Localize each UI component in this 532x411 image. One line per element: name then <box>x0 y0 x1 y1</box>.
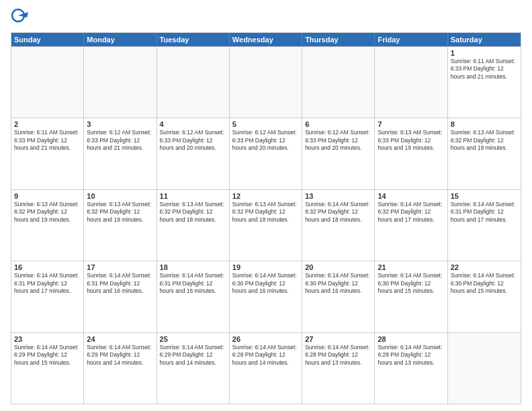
header-day-sunday: Sunday <box>11 33 84 46</box>
day-cell-22: 22Sunrise: 6:14 AM Sunset: 6:30 PM Dayli… <box>448 261 521 332</box>
day-info: Sunrise: 6:14 AM Sunset: 6:28 PM Dayligh… <box>305 344 371 367</box>
day-info: Sunrise: 6:11 AM Sunset: 6:33 PM Dayligh… <box>451 58 518 81</box>
day-cell-17: 17Sunrise: 6:14 AM Sunset: 6:31 PM Dayli… <box>84 261 157 332</box>
day-info: Sunrise: 6:12 AM Sunset: 6:33 PM Dayligh… <box>305 129 371 152</box>
day-number: 15 <box>451 192 518 200</box>
day-cell-28: 28Sunrise: 6:14 AM Sunset: 6:28 PM Dayli… <box>375 333 447 404</box>
day-info: Sunrise: 6:13 AM Sunset: 6:32 PM Dayligh… <box>160 201 226 224</box>
header-day-saturday: Saturday <box>448 33 521 46</box>
header-day-monday: Monday <box>84 33 157 46</box>
logo <box>11 8 32 27</box>
day-cell-12: 12Sunrise: 6:13 AM Sunset: 6:32 PM Dayli… <box>230 190 302 261</box>
day-info: Sunrise: 6:14 AM Sunset: 6:28 PM Dayligh… <box>232 344 299 367</box>
day-number: 13 <box>305 192 371 200</box>
day-cell-18: 18Sunrise: 6:14 AM Sunset: 6:31 PM Dayli… <box>157 261 230 332</box>
day-info: Sunrise: 6:14 AM Sunset: 6:29 PM Dayligh… <box>87 344 153 367</box>
day-cell-3: 3Sunrise: 6:12 AM Sunset: 6:33 PM Daylig… <box>84 118 157 189</box>
week-row-2: 2Sunrise: 6:11 AM Sunset: 6:33 PM Daylig… <box>11 118 521 189</box>
day-number: 20 <box>305 263 371 271</box>
day-number: 8 <box>451 120 518 128</box>
day-cell-9: 9Sunrise: 6:13 AM Sunset: 6:32 PM Daylig… <box>11 190 84 261</box>
day-cell-empty <box>375 47 447 118</box>
day-cell-13: 13Sunrise: 6:14 AM Sunset: 6:32 PM Dayli… <box>302 190 375 261</box>
day-cell-empty <box>448 333 521 404</box>
day-info: Sunrise: 6:12 AM Sunset: 6:33 PM Dayligh… <box>232 129 299 152</box>
day-cell-1: 1Sunrise: 6:11 AM Sunset: 6:33 PM Daylig… <box>448 47 521 118</box>
day-info: Sunrise: 6:14 AM Sunset: 6:29 PM Dayligh… <box>160 344 226 367</box>
day-cell-19: 19Sunrise: 6:14 AM Sunset: 6:30 PM Dayli… <box>230 261 302 332</box>
day-cell-2: 2Sunrise: 6:11 AM Sunset: 6:33 PM Daylig… <box>11 118 84 189</box>
day-info: Sunrise: 6:12 AM Sunset: 6:33 PM Dayligh… <box>160 129 226 152</box>
day-number: 27 <box>305 335 371 343</box>
page: SundayMondayTuesdayWednesdayThursdayFrid… <box>0 0 532 411</box>
header-day-tuesday: Tuesday <box>157 33 230 46</box>
day-number: 19 <box>232 263 299 271</box>
day-cell-6: 6Sunrise: 6:12 AM Sunset: 6:33 PM Daylig… <box>302 118 375 189</box>
day-number: 21 <box>378 263 444 271</box>
day-info: Sunrise: 6:13 AM Sunset: 6:32 PM Dayligh… <box>451 129 518 152</box>
day-number: 25 <box>160 335 226 343</box>
header-day-friday: Friday <box>375 33 447 46</box>
day-info: Sunrise: 6:14 AM Sunset: 6:31 PM Dayligh… <box>451 201 518 224</box>
day-number: 9 <box>14 192 81 200</box>
day-cell-8: 8Sunrise: 6:13 AM Sunset: 6:32 PM Daylig… <box>448 118 521 189</box>
day-cell-20: 20Sunrise: 6:14 AM Sunset: 6:30 PM Dayli… <box>302 261 375 332</box>
day-info: Sunrise: 6:12 AM Sunset: 6:33 PM Dayligh… <box>87 129 153 152</box>
day-info: Sunrise: 6:14 AM Sunset: 6:30 PM Dayligh… <box>232 272 299 295</box>
day-number: 3 <box>87 120 153 128</box>
week-row-1: 1Sunrise: 6:11 AM Sunset: 6:33 PM Daylig… <box>11 46 521 118</box>
day-cell-21: 21Sunrise: 6:14 AM Sunset: 6:30 PM Dayli… <box>375 261 447 332</box>
day-cell-empty <box>230 47 302 118</box>
day-info: Sunrise: 6:14 AM Sunset: 6:32 PM Dayligh… <box>305 201 371 224</box>
day-number: 4 <box>160 120 226 128</box>
day-info: Sunrise: 6:14 AM Sunset: 6:28 PM Dayligh… <box>378 344 444 367</box>
day-cell-11: 11Sunrise: 6:13 AM Sunset: 6:32 PM Dayli… <box>157 190 230 261</box>
day-cell-10: 10Sunrise: 6:13 AM Sunset: 6:32 PM Dayli… <box>84 190 157 261</box>
day-cell-empty <box>84 47 157 118</box>
day-cell-4: 4Sunrise: 6:12 AM Sunset: 6:33 PM Daylig… <box>157 118 230 189</box>
calendar: SundayMondayTuesdayWednesdayThursdayFrid… <box>11 32 521 404</box>
day-cell-5: 5Sunrise: 6:12 AM Sunset: 6:33 PM Daylig… <box>230 118 302 189</box>
day-info: Sunrise: 6:13 AM Sunset: 6:32 PM Dayligh… <box>14 201 81 224</box>
day-cell-empty <box>157 47 230 118</box>
day-number: 18 <box>160 263 226 271</box>
day-info: Sunrise: 6:14 AM Sunset: 6:32 PM Dayligh… <box>378 201 444 224</box>
day-info: Sunrise: 6:14 AM Sunset: 6:31 PM Dayligh… <box>87 272 153 295</box>
header <box>11 8 521 27</box>
day-cell-24: 24Sunrise: 6:14 AM Sunset: 6:29 PM Dayli… <box>84 333 157 404</box>
day-cell-16: 16Sunrise: 6:14 AM Sunset: 6:31 PM Dayli… <box>11 261 84 332</box>
week-row-5: 23Sunrise: 6:14 AM Sunset: 6:29 PM Dayli… <box>11 332 521 404</box>
day-number: 7 <box>378 120 444 128</box>
day-cell-15: 15Sunrise: 6:14 AM Sunset: 6:31 PM Dayli… <box>448 190 521 261</box>
day-number: 26 <box>232 335 299 343</box>
day-info: Sunrise: 6:14 AM Sunset: 6:31 PM Dayligh… <box>14 272 81 295</box>
day-number: 17 <box>87 263 153 271</box>
day-cell-empty <box>11 47 84 118</box>
day-number: 10 <box>87 192 153 200</box>
day-info: Sunrise: 6:14 AM Sunset: 6:30 PM Dayligh… <box>305 272 371 295</box>
day-info: Sunrise: 6:13 AM Sunset: 6:32 PM Dayligh… <box>87 201 153 224</box>
calendar-body: 1Sunrise: 6:11 AM Sunset: 6:33 PM Daylig… <box>11 46 521 404</box>
calendar-header: SundayMondayTuesdayWednesdayThursdayFrid… <box>11 33 521 46</box>
day-number: 16 <box>14 263 81 271</box>
day-number: 12 <box>232 192 299 200</box>
day-info: Sunrise: 6:14 AM Sunset: 6:30 PM Dayligh… <box>451 272 518 295</box>
day-info: Sunrise: 6:13 AM Sunset: 6:32 PM Dayligh… <box>232 201 299 224</box>
header-day-thursday: Thursday <box>302 33 375 46</box>
day-number: 1 <box>451 49 518 57</box>
day-number: 24 <box>87 335 153 343</box>
header-day-wednesday: Wednesday <box>230 33 302 46</box>
day-number: 11 <box>160 192 226 200</box>
day-cell-25: 25Sunrise: 6:14 AM Sunset: 6:29 PM Dayli… <box>157 333 230 404</box>
day-number: 28 <box>378 335 444 343</box>
day-number: 22 <box>451 263 518 271</box>
day-cell-empty <box>302 47 375 118</box>
day-info: Sunrise: 6:13 AM Sunset: 6:33 PM Dayligh… <box>378 129 444 152</box>
week-row-3: 9Sunrise: 6:13 AM Sunset: 6:32 PM Daylig… <box>11 189 521 261</box>
day-info: Sunrise: 6:14 AM Sunset: 6:29 PM Dayligh… <box>14 344 81 367</box>
day-cell-14: 14Sunrise: 6:14 AM Sunset: 6:32 PM Dayli… <box>375 190 447 261</box>
day-info: Sunrise: 6:11 AM Sunset: 6:33 PM Dayligh… <box>14 129 81 152</box>
day-cell-26: 26Sunrise: 6:14 AM Sunset: 6:28 PM Dayli… <box>230 333 302 404</box>
day-number: 6 <box>305 120 371 128</box>
day-number: 23 <box>14 335 81 343</box>
